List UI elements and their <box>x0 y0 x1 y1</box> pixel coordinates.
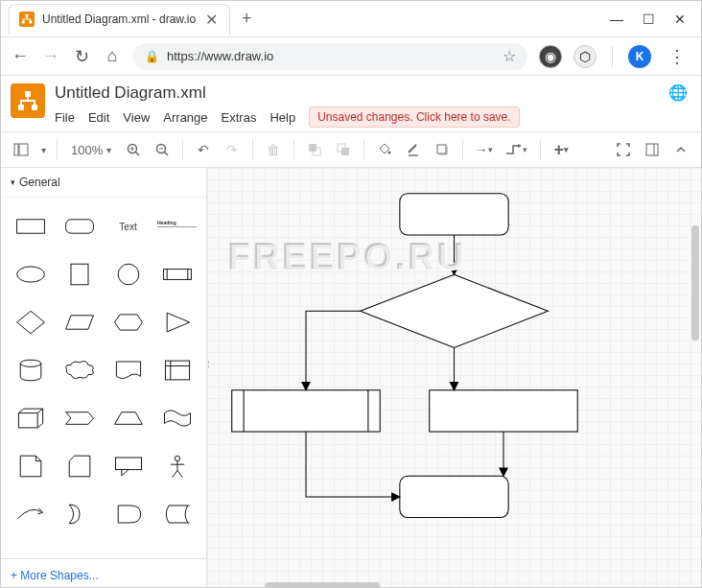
shape-process[interactable] <box>155 253 199 295</box>
node-process-right[interactable] <box>430 390 577 432</box>
canvas[interactable]: ⠿ FREEPO.RU <box>207 168 701 588</box>
zoom-level[interactable]: 100%▾ <box>65 143 117 157</box>
svg-rect-4 <box>18 105 24 110</box>
view-dropdown-icon[interactable]: ▾ <box>37 137 49 162</box>
shape-rounded-rect[interactable] <box>58 205 101 247</box>
svg-rect-42 <box>232 390 380 432</box>
shape-callout[interactable] <box>106 445 150 487</box>
node-process-left[interactable] <box>232 390 380 432</box>
reload-button[interactable]: ↻ <box>72 46 91 67</box>
app-logo[interactable] <box>11 83 45 118</box>
shape-cylinder[interactable] <box>9 349 52 391</box>
unsaved-warning[interactable]: Unsaved changes. Click here to save. <box>309 106 519 128</box>
menu-arrange[interactable]: Arrange <box>163 110 207 125</box>
shape-trapezoid[interactable] <box>106 397 150 439</box>
close-window-button[interactable]: ✕ <box>674 12 686 27</box>
svg-rect-20 <box>409 154 418 156</box>
shape-triangle[interactable] <box>155 301 199 343</box>
zoom-out-button[interactable] <box>150 137 175 162</box>
line-color-button[interactable] <box>401 137 426 162</box>
shape-rectangle[interactable] <box>9 205 52 247</box>
tab-close-icon[interactable]: ✕ <box>203 9 220 31</box>
minimize-button[interactable]: — <box>610 12 623 27</box>
insert-button[interactable]: +▾ <box>549 137 573 162</box>
home-button[interactable]: ⌂ <box>103 46 122 66</box>
menu-view[interactable]: View <box>123 110 150 125</box>
bookmark-star-icon[interactable]: ☆ <box>503 47 516 65</box>
address-bar[interactable]: 🔒 https://www.draw.io ☆ <box>133 43 527 70</box>
view-mode-button[interactable] <box>9 137 34 162</box>
shape-text[interactable]: Text <box>106 205 150 247</box>
separator <box>612 46 613 67</box>
browser-menu-icon[interactable]: ⋮ <box>663 46 691 67</box>
shape-document[interactable] <box>106 349 150 391</box>
diagram-content[interactable] <box>207 168 701 588</box>
shape-note[interactable] <box>9 445 52 487</box>
shape-curve-arrow[interactable] <box>9 493 52 535</box>
shape-internal-storage[interactable] <box>155 349 199 391</box>
shape-ellipse[interactable] <box>9 253 52 295</box>
shape-step[interactable] <box>58 397 101 439</box>
shapes-palette: Text Heading <box>1 198 206 558</box>
fill-color-button[interactable] <box>372 137 397 162</box>
shape-datastore[interactable] <box>155 493 199 535</box>
shape-cloud[interactable] <box>58 349 101 391</box>
language-icon[interactable]: 🌐 <box>668 83 688 102</box>
shape-cube[interactable] <box>9 397 52 439</box>
watermark: FREEPO.RU <box>228 237 467 278</box>
user-avatar[interactable]: K <box>628 45 651 68</box>
svg-point-26 <box>16 267 44 282</box>
new-tab-button[interactable]: + <box>230 9 264 29</box>
shape-square[interactable] <box>58 253 101 295</box>
fullscreen-button[interactable] <box>611 137 636 162</box>
shape-circle[interactable] <box>106 253 150 295</box>
more-shapes-button[interactable]: + More Shapes... <box>1 558 206 588</box>
redo-button[interactable]: ↷ <box>220 137 245 162</box>
svg-rect-24 <box>16 220 44 233</box>
shape-actor[interactable] <box>155 445 199 487</box>
svg-rect-18 <box>341 148 349 155</box>
zoom-in-button[interactable] <box>121 137 146 162</box>
window-controls: — ☐ ✕ <box>610 12 701 27</box>
shape-card[interactable] <box>58 445 101 487</box>
menu-file[interactable]: File <box>55 110 75 125</box>
node-start[interactable] <box>400 194 508 235</box>
delete-button[interactable]: 🗑 <box>261 137 286 162</box>
collapse-button[interactable] <box>668 137 693 162</box>
svg-rect-0 <box>26 14 29 17</box>
document-title[interactable]: Untitled Diagram.xml <box>55 83 691 103</box>
shape-and[interactable] <box>106 493 150 535</box>
connection-button[interactable]: →▾ <box>471 137 496 162</box>
maximize-button[interactable]: ☐ <box>643 12 655 27</box>
shape-or[interactable] <box>58 493 101 535</box>
browser-tab[interactable]: Untitled Diagram.xml - draw.io ✕ <box>9 4 230 35</box>
format-panel-button[interactable] <box>640 137 665 162</box>
vertical-scrollbar[interactable] <box>691 225 699 341</box>
tab-title: Untitled Diagram.xml - draw.io <box>42 12 196 26</box>
to-front-button[interactable] <box>302 137 327 162</box>
shape-diamond[interactable] <box>9 301 52 343</box>
back-button[interactable]: ← <box>11 46 30 66</box>
to-back-button[interactable] <box>331 137 356 162</box>
horizontal-scrollbar[interactable] <box>265 582 380 588</box>
menu-extras[interactable]: Extras <box>222 110 257 125</box>
shadow-button[interactable] <box>430 137 455 162</box>
shape-parallelogram[interactable] <box>58 301 101 343</box>
shape-tape[interactable] <box>155 397 199 439</box>
extension-icon-2[interactable]: ⬡ <box>573 45 597 68</box>
menu-help[interactable]: Help <box>269 110 295 125</box>
undo-button[interactable]: ↶ <box>191 137 216 162</box>
sidebar-section-general[interactable]: ▾ General <box>1 168 206 198</box>
svg-rect-36 <box>115 458 141 470</box>
svg-point-37 <box>175 456 179 460</box>
node-decision[interactable] <box>361 274 549 347</box>
waypoint-button[interactable]: ▾ <box>500 137 532 162</box>
svg-point-19 <box>388 152 391 154</box>
svg-rect-29 <box>163 270 191 280</box>
menu-edit[interactable]: Edit <box>88 110 109 125</box>
node-end[interactable] <box>400 476 508 517</box>
extension-icon-1[interactable]: ◉ <box>539 45 562 68</box>
shape-heading[interactable]: Heading <box>155 205 199 247</box>
shape-hexagon[interactable] <box>106 301 150 343</box>
forward-button[interactable]: → <box>41 46 60 66</box>
